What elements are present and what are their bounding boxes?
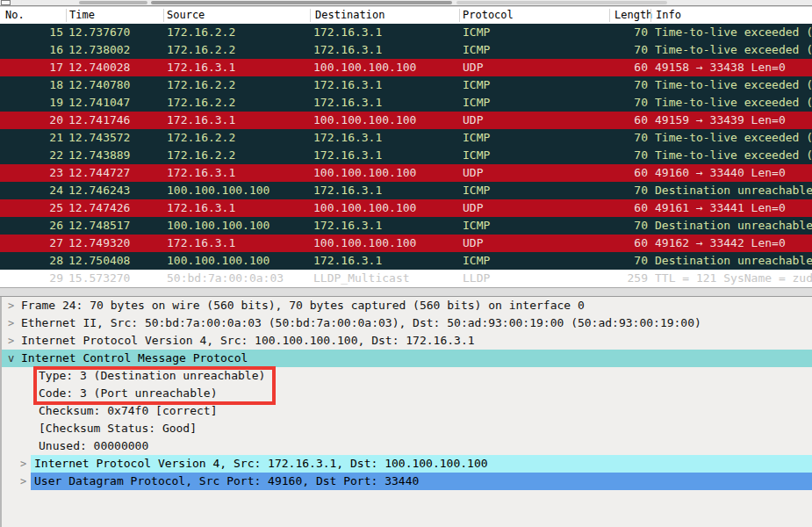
detail-field-code[interactable]: Code: 3 (Port unreachable) — [2, 385, 812, 402]
cell-no: 22 — [0, 147, 63, 164]
detail-text: Internet Control Message Protocol — [21, 350, 248, 367]
cell-time: 12.743572 — [68, 129, 165, 147]
packet-row[interactable]: 2612.748517100.100.100.100172.16.3.1ICMP… — [0, 217, 812, 235]
cell-length: 70 — [575, 147, 648, 164]
cell-time: 12.744727 — [68, 164, 165, 182]
wireshark-window: No. Time Source Destination Protocol Len… — [0, 0, 812, 527]
cell-info: Destination unreachable — [655, 182, 812, 199]
cell-protocol: ICMP — [463, 76, 577, 94]
cell-length: 70 — [575, 24, 648, 41]
cell-destination: 172.16.3.1 — [313, 24, 461, 41]
packet-row[interactable]: 2512.747426172.16.3.1100.100.100.100UDP6… — [0, 199, 812, 217]
cell-no: 26 — [0, 217, 63, 235]
detail-text: Internet Protocol Version 4, Src: 100.10… — [21, 332, 475, 350]
cell-length: 70 — [575, 129, 648, 147]
cell-length: 60 — [575, 199, 648, 217]
cell-time: 12.740780 — [68, 76, 165, 94]
packet-row[interactable]: 1812.740780172.16.2.2172.16.3.1ICMP70Tim… — [0, 76, 812, 94]
cell-source: 172.16.2.2 — [167, 24, 312, 41]
cell-source: 100.100.100.100 — [167, 252, 312, 270]
cell-time: 12.747426 — [68, 199, 165, 217]
cell-destination: 172.16.3.1 — [313, 94, 461, 112]
pane-splitter[interactable] — [0, 287, 812, 297]
cell-no: 24 — [0, 182, 63, 199]
cell-no: 27 — [0, 235, 63, 252]
cell-destination: 172.16.3.1 — [313, 252, 461, 270]
expand-arrow-icon[interactable]: > — [2, 332, 21, 350]
cell-destination: 172.16.3.1 — [313, 147, 461, 164]
cell-length: 70 — [575, 182, 648, 199]
cell-source: 100.100.100.100 — [167, 217, 312, 235]
toolbar-fragment — [151, 1, 452, 4]
detail-line-embedded-udp[interactable]: >User Datagram Protocol, Src Port: 49160… — [2, 473, 812, 490]
cell-no: 25 — [0, 199, 63, 217]
cell-time: 12.746243 — [68, 182, 165, 199]
detail-field-checksum-status[interactable]: [Checksum Status: Good] — [2, 420, 812, 437]
cell-destination: 172.16.3.1 — [313, 182, 461, 199]
detail-text: [Checksum Status: Good] — [39, 420, 197, 437]
packet-row[interactable]: 2412.746243100.100.100.100172.16.3.1ICMP… — [0, 182, 812, 199]
detail-text: Internet Protocol Version 4, Src: 172.16… — [31, 455, 812, 473]
column-header-source[interactable]: Source — [167, 7, 205, 24]
packet-list-header: No. Time Source Destination Protocol Len… — [0, 6, 812, 24]
packet-row[interactable]: 1612.738002172.16.2.2172.16.3.1ICMP70Tim… — [0, 41, 812, 59]
packet-row[interactable]: 2712.749320172.16.3.1100.100.100.100UDP6… — [0, 235, 812, 252]
toolbar-fragment — [79, 1, 147, 4]
packet-row[interactable]: 2312.744727172.16.3.1100.100.100.100UDP6… — [0, 164, 812, 182]
expand-arrow-icon[interactable]: > — [2, 297, 21, 314]
detail-line-ipv4[interactable]: >Internet Protocol Version 4, Src: 100.1… — [2, 332, 812, 350]
cell-info: Time-to-live exceeded ( — [655, 147, 812, 164]
packet-row[interactable]: 1512.737670172.16.2.2172.16.3.1ICMP70Tim… — [0, 24, 812, 41]
cell-protocol: ICMP — [463, 217, 577, 235]
cell-no: 19 — [0, 94, 63, 112]
cell-info: 49158 → 33438 Len=0 — [655, 59, 812, 76]
cell-length: 259 — [575, 270, 648, 287]
detail-line-frame[interactable]: >Frame 24: 70 bytes on wire (560 bits), … — [2, 297, 812, 314]
cell-destination: 172.16.3.1 — [313, 217, 461, 235]
cell-time: 12.749320 — [68, 235, 165, 252]
packet-row[interactable]: 2012.741746172.16.3.1100.100.100.100UDP6… — [0, 112, 812, 129]
cell-no: 28 — [0, 252, 63, 270]
cell-no: 20 — [0, 112, 63, 129]
packet-row[interactable]: 2212.743889172.16.2.2172.16.3.1ICMP70Tim… — [0, 147, 812, 164]
detail-line-icmp-selected[interactable]: vInternet Control Message Protocol — [2, 350, 812, 367]
column-header-length[interactable]: Length — [614, 7, 652, 24]
detail-line-embedded-ipv4[interactable]: >Internet Protocol Version 4, Src: 172.1… — [2, 455, 812, 473]
cell-no: 29 — [0, 270, 63, 287]
cell-length: 60 — [575, 112, 648, 129]
cell-no: 21 — [0, 129, 63, 147]
cell-length: 70 — [575, 94, 648, 112]
cell-protocol: ICMP — [463, 147, 577, 164]
cell-length: 60 — [575, 59, 648, 76]
detail-text: Type: 3 (Destination unreachable) — [39, 367, 265, 385]
cell-source: 172.16.2.2 — [167, 147, 312, 164]
cell-info: 49162 → 33442 Len=0 — [655, 235, 812, 252]
cell-destination: 172.16.3.1 — [313, 129, 461, 147]
toolbar-button-icon[interactable] — [1, 0, 11, 5]
packet-row[interactable]: 2915.57327050:bd:7a:00:0a:03LLDP_Multica… — [0, 270, 812, 287]
cell-source: 172.16.2.2 — [167, 94, 312, 112]
column-header-protocol[interactable]: Protocol — [463, 7, 514, 24]
column-header-destination[interactable]: Destination — [315, 7, 384, 24]
column-header-time[interactable]: Time — [69, 7, 95, 24]
cell-info: Time-to-live exceeded ( — [655, 41, 812, 59]
expand-arrow-icon[interactable]: > — [2, 314, 21, 332]
cell-destination: 172.16.3.1 — [313, 76, 461, 94]
detail-field-unused[interactable]: Unused: 00000000 — [2, 437, 812, 455]
cell-time: 12.750408 — [68, 252, 165, 270]
collapse-arrow-icon[interactable]: v — [2, 350, 21, 367]
detail-field-checksum[interactable]: Checksum: 0x74f0 [correct] — [2, 402, 812, 420]
cell-length: 70 — [575, 41, 648, 59]
cell-source: 172.16.3.1 — [167, 235, 312, 252]
packet-row[interactable]: 1712.740028172.16.3.1100.100.100.100UDP6… — [0, 59, 812, 76]
cell-source: 172.16.2.2 — [167, 41, 312, 59]
detail-line-ethernet[interactable]: >Ethernet II, Src: 50:bd:7a:00:0a:03 (50… — [2, 314, 812, 332]
cell-protocol: ICMP — [463, 252, 577, 270]
detail-field-type[interactable]: Type: 3 (Destination unreachable) — [2, 367, 812, 385]
packet-row[interactable]: 1912.741047172.16.2.2172.16.3.1ICMP70Tim… — [0, 94, 812, 112]
column-header-no[interactable]: No. — [5, 7, 25, 24]
column-header-info[interactable]: Info — [656, 7, 681, 24]
packet-row[interactable]: 2812.750408100.100.100.100172.16.3.1ICMP… — [0, 252, 812, 270]
packet-detail-pane: >Frame 24: 70 bytes on wire (560 bits), … — [0, 297, 812, 527]
packet-row[interactable]: 2112.743572172.16.2.2172.16.3.1ICMP70Tim… — [0, 129, 812, 147]
